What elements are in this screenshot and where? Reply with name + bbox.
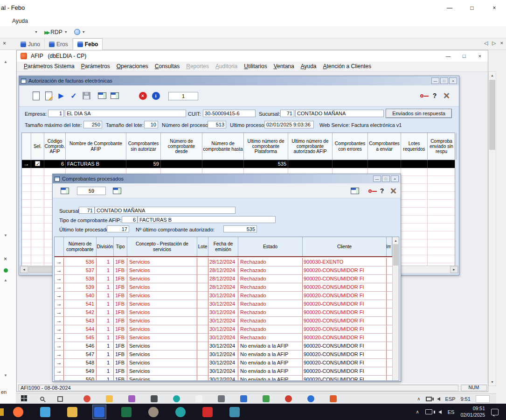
- search-icon[interactable]: [40, 397, 44, 401]
- afip-menu-item[interactable]: Consultas: [152, 62, 183, 71]
- taskbar-app-icon[interactable]: [151, 395, 158, 402]
- task-view-icon[interactable]: [57, 396, 63, 402]
- export-grid-icon[interactable]: [109, 90, 121, 102]
- info-icon[interactable]: i: [150, 90, 162, 102]
- grid-row[interactable]: 539 1 1FB Servicios 28/12/2024 Rechazado…: [55, 283, 392, 292]
- tray-expand-icon[interactable]: ∧: [417, 396, 420, 401]
- taskbar-app-icon[interactable]: [307, 395, 314, 402]
- session-tab[interactable]: Eros: [45, 38, 73, 50]
- taskbar-app-icon[interactable]: [146, 405, 160, 419]
- speaker-icon[interactable]: [438, 410, 442, 414]
- afip-menu-item[interactable]: Ayuda: [298, 62, 320, 71]
- taskbar-app-icon[interactable]: [92, 405, 106, 419]
- grid-view-icon[interactable]: [96, 90, 108, 102]
- numero-proceso-field[interactable]: 513: [208, 121, 226, 128]
- notification-area[interactable]: [476, 395, 490, 403]
- afip-menu-item[interactable]: Parámetros: [78, 62, 113, 71]
- afip-minimize-button[interactable]: —: [440, 50, 456, 62]
- taskbar-app-icon[interactable]: [173, 395, 180, 402]
- sucursal-code-field[interactable]: 71: [79, 207, 95, 214]
- afip-menu-item[interactable]: Operaciones: [113, 62, 152, 71]
- taskbar-app-icon[interactable]: [330, 395, 337, 402]
- tools-icon[interactable]: [388, 185, 399, 196]
- tools-icon[interactable]: [440, 90, 452, 102]
- dropdown-caret-icon[interactable]: ▼: [35, 30, 38, 34]
- child-close-button[interactable]: ×: [449, 77, 457, 84]
- properties-icon[interactable]: [42, 90, 55, 102]
- sucursal-code-field[interactable]: 71: [280, 110, 294, 117]
- process-counter-field[interactable]: 1: [168, 92, 198, 100]
- language-indicator[interactable]: ESP: [445, 396, 456, 402]
- cuit-field[interactable]: 30-50009415-6: [203, 110, 256, 117]
- globe-menu-button[interactable]: ▼: [74, 29, 85, 35]
- scroll-left-button[interactable]: ◄: [20, 266, 28, 273]
- taskbar-app-icon[interactable]: [11, 405, 25, 419]
- new-document-icon[interactable]: [30, 90, 42, 102]
- grid-row[interactable]: 542 1 1FB Servicios 30/12/2024 Rechazado…: [55, 308, 392, 317]
- notification-icon[interactable]: [491, 409, 499, 415]
- child-minimize-button[interactable]: —: [431, 77, 439, 84]
- tipo-code-field[interactable]: 6: [122, 216, 138, 223]
- outer-minimize-button[interactable]: —: [438, 0, 461, 16]
- vertical-scrollbar[interactable]: ▲ ▼: [488, 71, 496, 386]
- export-grid-icon[interactable]: [59, 185, 70, 196]
- afip-menu-item[interactable]: Atención a Clientes: [320, 62, 374, 71]
- empresa-code-field[interactable]: 1: [48, 110, 64, 117]
- start-button[interactable]: [21, 395, 27, 403]
- tamano-lote-field[interactable]: 10: [144, 121, 158, 128]
- tray-expand-icon[interactable]: ∧: [416, 409, 419, 414]
- taskbar-app-icon[interactable]: [106, 395, 113, 402]
- display-icon[interactable]: [426, 397, 432, 401]
- afip-menu-item[interactable]: Utilitarios: [241, 62, 270, 71]
- record-counter-field[interactable]: 59: [77, 187, 106, 195]
- key-icon[interactable]: [416, 90, 428, 102]
- taskbar-app-icon[interactable]: [38, 405, 52, 419]
- ultimo-lote-field[interactable]: 17: [107, 225, 129, 232]
- clock[interactable]: 09:51 02/01/2025: [460, 406, 485, 418]
- panel-close-icon[interactable]: ×: [3, 40, 6, 47]
- grid-row[interactable]: 543 1 1FB Servicios 30/12/2024 Rechazado…: [55, 317, 392, 325]
- outer-menu-item[interactable]: Ayuda: [12, 16, 28, 26]
- outer-close-button[interactable]: ×: [483, 0, 506, 16]
- panel-close-icon[interactable]: ×: [4, 256, 7, 262]
- tipo-name-field[interactable]: FACTURAS B: [138, 216, 276, 223]
- taskbar-app-icon[interactable]: [173, 405, 187, 419]
- grid-row[interactable]: 538 1 1FB Servicios 28/12/2024 Rechazado…: [55, 275, 392, 283]
- child-maximize-button[interactable]: □: [440, 77, 448, 84]
- outer-maximize-button[interactable]: □: [461, 0, 483, 16]
- taskbar-app-icon[interactable]: [285, 395, 292, 402]
- language-indicator[interactable]: ES: [448, 409, 455, 415]
- session-tab[interactable]: Juno: [16, 38, 45, 50]
- ultimo-proceso-field[interactable]: 02/01/2025 9:03:36: [264, 121, 314, 128]
- session-tab[interactable]: Febo: [73, 38, 103, 50]
- empresa-name-field[interactable]: EL DIA SA: [65, 110, 186, 117]
- child-close-button[interactable]: ×: [391, 175, 399, 182]
- grid-row[interactable]: 545 1 1FB Servicios 30/12/2024 Rechazado…: [55, 334, 392, 342]
- taskbar-app-icon[interactable]: [228, 405, 242, 419]
- grid-row[interactable]: 547 1 1FB Servicios 30/12/2024 No enviad…: [55, 350, 392, 359]
- scroll-up-button[interactable]: ▲: [392, 237, 399, 244]
- grid-row[interactable]: 544 1 1FB Servicios 30/12/2024 Rechazado…: [55, 325, 392, 334]
- run-process-icon[interactable]: ▶: [55, 90, 67, 102]
- save-icon[interactable]: [80, 90, 92, 102]
- scroll-down-icon[interactable]: ▼: [4, 373, 7, 378]
- taskbar-app-icon[interactable]: [83, 395, 90, 402]
- grid-row[interactable]: 549 1 1FB Servicios 30/12/2024 No enviad…: [55, 367, 392, 376]
- taskbar-app-icon[interactable]: [240, 395, 247, 402]
- grid-view-icon[interactable]: [111, 185, 123, 196]
- grid-row[interactable]: 548 1 1FB Servicios 30/12/2024 No enviad…: [55, 359, 392, 367]
- taskbar-app-icon[interactable]: [65, 405, 79, 419]
- afip-menu-item[interactable]: Parámetros Sistema: [21, 62, 78, 71]
- scroll-down-icon[interactable]: ▼: [4, 233, 7, 238]
- taskbar-app-icon[interactable]: [201, 405, 215, 419]
- child-minimize-button[interactable]: —: [373, 175, 381, 182]
- sucursal-name-field[interactable]: CONTADO MAÑANA: [295, 110, 384, 117]
- child-maximize-button[interactable]: □: [382, 175, 390, 182]
- grid-row[interactable]: 541 1 1FB Servicios 30/12/2024 Rechazado…: [55, 300, 392, 308]
- scroll-down-button[interactable]: ▼: [489, 378, 496, 385]
- scroll-up-button[interactable]: ▲: [489, 72, 496, 79]
- grid-row[interactable]: 550 1 1FB Servicios 30/12/2024 No enviad…: [55, 376, 392, 380]
- table-icon[interactable]: [349, 185, 360, 196]
- grid-row[interactable]: 540 1 1FB Servicios 30/12/2024 Rechazado…: [55, 292, 392, 300]
- afip-maximize-button[interactable]: □: [456, 50, 472, 62]
